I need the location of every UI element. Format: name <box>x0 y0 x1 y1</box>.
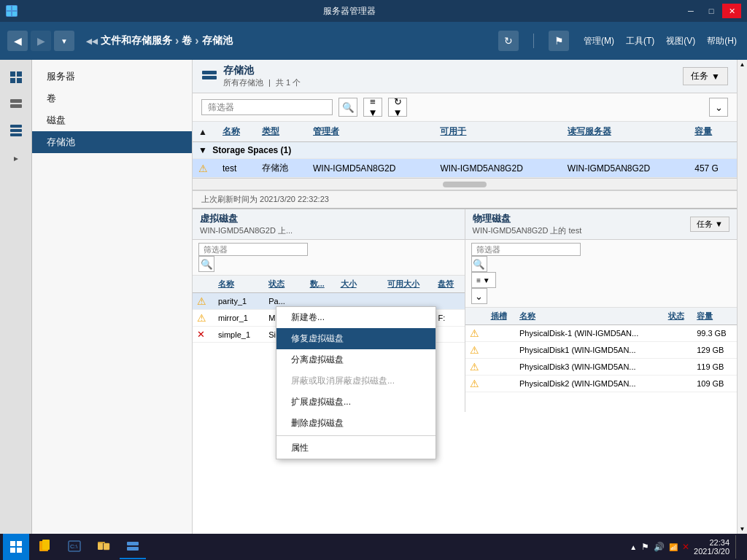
ctx-repair-vdisk[interactable]: 修复虚拟磁盘 <box>276 328 436 349</box>
minimize-button[interactable]: ─ <box>681 4 700 18</box>
back-button[interactable]: ◀ <box>7 31 28 51</box>
pdisk-col-name[interactable]: 名称 <box>519 311 535 320</box>
ctx-extend-vdisk[interactable]: 扩展虚拟磁盘... <box>276 392 436 413</box>
pdisk-row[interactable]: ⚠ PhysicalDisk3 (WIN-IGMD5AN... 119 GB <box>465 359 738 376</box>
pdisk-row[interactable]: ⚠ PhysicalDisk2 (WIN-IGMD5AN... 109 GB <box>465 376 738 392</box>
row-warn-icon: ⚠ <box>198 163 208 174</box>
vdisk-panel-header: 虚拟磁盘 WIN-IGMD5AN8G2D 上... <box>193 209 465 240</box>
svg-rect-1 <box>12 6 17 10</box>
col-header-capacity[interactable]: 容量 <box>694 126 712 136</box>
svg-rect-3 <box>12 12 17 16</box>
vdisk-col-name[interactable]: 名称 <box>218 279 234 288</box>
pool-view-button[interactable]: ≡ ▼ <box>363 98 382 117</box>
pdisk-status-3 <box>664 376 693 392</box>
pool-filter-input[interactable] <box>201 99 333 115</box>
vertical-scrollbar[interactable]: ▲ ▼ <box>737 60 747 534</box>
expand-button[interactable] <box>4 147 28 171</box>
pool-icon <box>201 69 217 85</box>
breadcrumb-item-3[interactable]: 存储池 <box>202 34 233 47</box>
sidebar-item-servers[interactable]: 服务器 <box>32 66 192 88</box>
vdisk-filter-search[interactable]: 🔍 <box>198 256 214 272</box>
breadcrumb-item-2[interactable]: 卷 <box>182 34 192 47</box>
table-row[interactable]: ⚠ test 存储池 WIN-IGMD5AN8G2D WIN-IGMD5AN8G… <box>193 159 737 178</box>
menu-view[interactable]: 视图(V) <box>663 32 698 50</box>
refresh-button[interactable]: ↻ <box>498 31 519 51</box>
col-header-rw[interactable]: 读写服务器 <box>568 126 611 136</box>
ctx-mask-vdisk[interactable]: 屏蔽或取消屏蔽虚拟磁盘... <box>276 370 436 392</box>
clock[interactable]: 22:34 2021/3/20 <box>694 538 729 556</box>
pdisk-warn-1: ⚠ <box>470 344 479 356</box>
horizontal-scrollbar[interactable] <box>193 179 737 190</box>
vdisk-panel-subtitle: WIN-IGMD5AN8G2D 上... <box>200 225 293 236</box>
taskbar-server-manager[interactable] <box>120 534 146 559</box>
pdisk-col-slot[interactable]: 插槽 <box>491 311 507 320</box>
pdisk-row[interactable]: ⚠ PhysicalDisk-1 (WIN-IGMD5AN... 99.3 GB <box>465 325 738 342</box>
svg-rect-5 <box>17 71 22 77</box>
ctx-properties[interactable]: 属性 <box>276 438 436 459</box>
forward-button[interactable]: ▶ <box>31 31 51 51</box>
col-header-available[interactable]: 可用于 <box>440 126 466 136</box>
vdisk-panel-title: 虚拟磁盘 <box>200 212 293 225</box>
ctx-new-volume[interactable]: 新建卷... <box>276 307 436 328</box>
dropdown-button[interactable]: ▼ <box>54 31 74 51</box>
col-header-type[interactable]: 类型 <box>262 126 279 136</box>
pdisk-status-0 <box>664 325 693 342</box>
pdisk-slot-1 <box>487 342 516 359</box>
pdisk-col-capacity[interactable]: 容量 <box>697 311 713 320</box>
pdisk-scroll[interactable]: 插槽 名称 状态 容量 ⚠ PhysicalDisk-1 (WIN-IGMD5A… <box>465 308 738 412</box>
pdisk-name-2: PhysicalDisk3 (WIN-IGMD5AN... <box>515 359 664 376</box>
pdisk-row[interactable]: ⚠ PhysicalDisk1 (WIN-IGMD5AN... 129 GB <box>465 342 738 359</box>
vdisk-col-num[interactable]: 数... <box>310 279 325 288</box>
vdisk-col-status[interactable]: 状态 <box>268 279 285 288</box>
col-header-manager[interactable]: 管理者 <box>313 126 339 136</box>
sidebar-item-storage-pools[interactable]: 存储池 <box>32 131 192 153</box>
menu-manage[interactable]: 管理(M) <box>581 32 617 50</box>
pool-tasks-button[interactable]: 任务 ▼ <box>683 67 728 85</box>
sidebar-item-disks[interactable]: 磁盘 <box>32 109 192 131</box>
pdisk-tasks-button[interactable]: 任务 ▼ <box>690 217 729 232</box>
flag-button[interactable]: ⚑ <box>549 31 569 51</box>
show-desktop[interactable] <box>735 535 738 559</box>
maximize-button[interactable]: □ <box>702 4 721 18</box>
col-header-name[interactable]: 名称 <box>222 126 240 136</box>
svg-rect-24 <box>98 542 103 550</box>
main-area: 服务器 卷 磁盘 存储池 存储池 所有存储池 | 共 1 个 任务 ▼ <box>0 60 747 534</box>
svg-text:C:\: C:\ <box>70 543 78 550</box>
group-expand-arrow[interactable]: ▼ <box>198 145 207 155</box>
vdisk-col-letter[interactable]: 盘符 <box>438 279 454 288</box>
pool-filter-search-button[interactable]: 🔍 <box>338 98 357 117</box>
breadcrumb-item-1[interactable]: 文件和存储服务 <box>101 34 172 47</box>
sidebar-icon-storage[interactable] <box>4 118 28 141</box>
close-button[interactable]: ✕ <box>722 4 741 18</box>
pdisk-col-status[interactable]: 状态 <box>668 311 684 320</box>
pool-section-title: 存储池 <box>223 64 301 77</box>
vdisk-filter-input[interactable] <box>198 243 308 256</box>
pool-refresh-button[interactable]: ↻ ▼ <box>388 98 407 117</box>
sidebar-icon-dashboard[interactable] <box>4 66 28 89</box>
start-button[interactable] <box>3 534 29 560</box>
breadcrumb: ◀◀ 文件和存储服务 › 卷 › 存储池 <box>86 34 233 47</box>
menu-help[interactable]: 帮助(H) <box>704 32 740 50</box>
sidebar-icon-server[interactable] <box>4 92 28 115</box>
pdisk-filter-search[interactable]: 🔍 <box>471 256 487 272</box>
vdisk-col-size[interactable]: 大小 <box>341 279 357 288</box>
pdisk-cap-2: 119 GB <box>692 359 737 376</box>
taskbar-explorer[interactable] <box>90 534 117 559</box>
taskbar-files[interactable] <box>32 534 58 559</box>
pool-collapse-button[interactable]: ⌄ <box>709 98 728 117</box>
pdisk-status-2 <box>664 359 693 376</box>
sidebar-item-volumes[interactable]: 卷 <box>32 88 192 109</box>
breadcrumb-sep3: › <box>195 34 198 47</box>
pdisk-view-btn[interactable]: ≡ ▼ <box>471 272 496 288</box>
ctx-delete-vdisk[interactable]: 删除虚拟磁盘 <box>276 413 436 434</box>
taskbar-terminal[interactable]: C:\ <box>61 534 88 559</box>
systray-up-arrow[interactable]: ▲ <box>630 543 637 551</box>
pdisk-collapse-btn[interactable]: ⌄ <box>471 288 487 304</box>
ctx-detach-vdisk[interactable]: 分离虚拟磁盘 <box>276 349 436 370</box>
menu-tools[interactable]: 工具(T) <box>623 32 657 50</box>
svg-rect-10 <box>10 125 22 128</box>
svg-rect-14 <box>202 71 217 74</box>
pdisk-status-1 <box>664 342 693 359</box>
vdisk-col-avail[interactable]: 可用大小 <box>387 279 419 288</box>
pdisk-filter-input[interactable] <box>471 243 581 256</box>
